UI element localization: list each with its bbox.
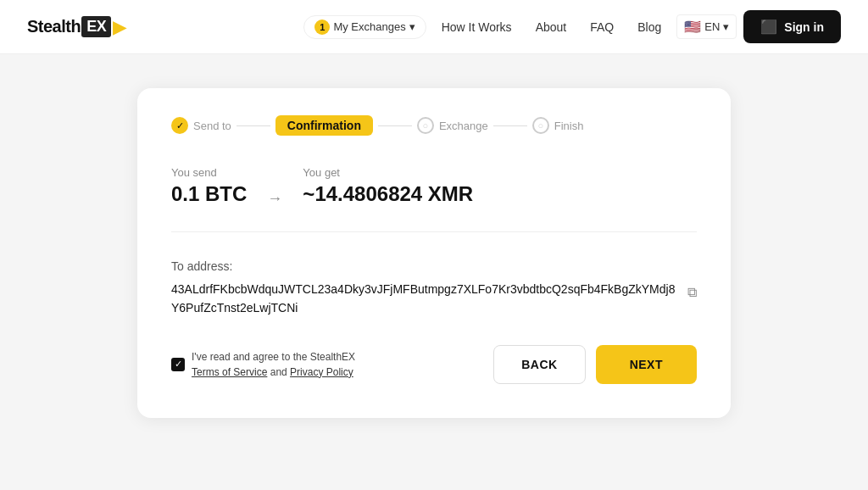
connector-3 <box>493 125 527 126</box>
logo-ex-text: EX <box>81 16 111 37</box>
send-amount: 0.1 BTC <box>171 182 247 206</box>
my-exchanges-button[interactable]: 1 My Exchanges ▾ <box>303 15 426 39</box>
sign-in-button[interactable]: ⬛ Sign in <box>743 10 841 43</box>
nav-how-it-works[interactable]: How It Works <box>433 15 520 39</box>
address-row: 43ALdrfFKbcbWdquJWTCL23a4Dky3vJFjMFButmp… <box>171 280 697 318</box>
terms-checkbox[interactable]: ✓ <box>171 358 185 371</box>
terms-text: I've read and agree to the StealthEX Ter… <box>192 349 355 380</box>
exchanges-count-badge: 1 <box>314 19 330 35</box>
language-selector[interactable]: 🇺🇸 EN ▾ <box>676 14 737 39</box>
copy-address-button[interactable]: ⧉ <box>687 281 697 303</box>
logo-stealth-text: Stealth <box>27 17 81 36</box>
logo-arrow-icon: ▶ <box>113 17 125 37</box>
step-finish-label: Finish <box>554 120 584 132</box>
get-column: You get ~14.4806824 XMR <box>303 166 473 206</box>
step-confirmation-label: Confirmation <box>275 115 373 136</box>
terms-row: ✓ I've read and agree to the StealthEX T… <box>171 349 355 380</box>
step-send-to-circle: ✓ <box>171 117 188 134</box>
signin-label: Sign in <box>784 20 824 34</box>
send-column: You send 0.1 BTC <box>171 166 247 206</box>
step-exchange-label: Exchange <box>439 120 488 132</box>
next-button[interactable]: NEXT <box>596 345 697 384</box>
send-label: You send <box>171 166 247 179</box>
nav-faq[interactable]: FAQ <box>581 15 622 39</box>
terms-of-service-link[interactable]: Terms of Service <box>192 366 267 378</box>
confirmation-card: ✓ Send to Confirmation ○ Exchange ○ Fini… <box>137 88 731 418</box>
privacy-policy-link[interactable]: Privacy Policy <box>290 366 353 378</box>
lang-chevron-icon: ▾ <box>723 20 729 33</box>
terms-and: and <box>270 366 287 378</box>
navigation: 1 My Exchanges ▾ How It Works About FAQ … <box>303 10 841 43</box>
exchange-info-row: You send 0.1 BTC → You get ~14.4806824 X… <box>171 166 697 232</box>
address-label: To address: <box>171 259 697 273</box>
step-send-to-label: Send to <box>193 120 231 132</box>
get-label: You get <box>303 166 473 179</box>
step-finish: ○ Finish <box>532 117 584 134</box>
connector-1 <box>236 125 270 126</box>
get-amount: ~14.4806824 XMR <box>303 182 473 206</box>
step-finish-circle: ○ <box>532 117 549 134</box>
exchanges-chevron-icon: ▾ <box>409 20 415 33</box>
main-content: ✓ Send to Confirmation ○ Exchange ○ Fini… <box>0 54 868 452</box>
nav-blog[interactable]: Blog <box>629 15 670 39</box>
stepper: ✓ Send to Confirmation ○ Exchange ○ Fini… <box>171 115 697 136</box>
nav-about[interactable]: About <box>527 15 576 39</box>
terms-prefix: I've read and agree to the StealthEX <box>192 351 355 363</box>
logo: Stealth EX ▶ <box>27 16 125 37</box>
footer-row: ✓ I've read and agree to the StealthEX T… <box>171 345 697 384</box>
exchange-arrow-icon: → <box>267 190 282 208</box>
address-section: To address: 43ALdrfFKbcbWdquJWTCL23a4Dky… <box>171 259 697 318</box>
step-exchange-circle: ○ <box>417 117 434 134</box>
checkbox-check-icon: ✓ <box>175 359 182 370</box>
header: Stealth EX ▶ 1 My Exchanges ▾ How It Wor… <box>0 0 868 54</box>
signin-icon: ⬛ <box>760 19 777 35</box>
back-button[interactable]: BACK <box>493 345 585 384</box>
connector-2 <box>378 125 412 126</box>
action-buttons: BACK NEXT <box>493 345 697 384</box>
lang-label: EN <box>704 20 720 33</box>
step-confirmation: Confirmation <box>275 115 373 136</box>
my-exchanges-label: My Exchanges <box>333 20 405 33</box>
step-exchange: ○ Exchange <box>417 117 488 134</box>
address-text: 43ALdrfFKbcbWdquJWTCL23a4Dky3vJFjMFButmp… <box>171 280 681 318</box>
flag-icon: 🇺🇸 <box>684 19 701 35</box>
step-send-to: ✓ Send to <box>171 117 231 134</box>
